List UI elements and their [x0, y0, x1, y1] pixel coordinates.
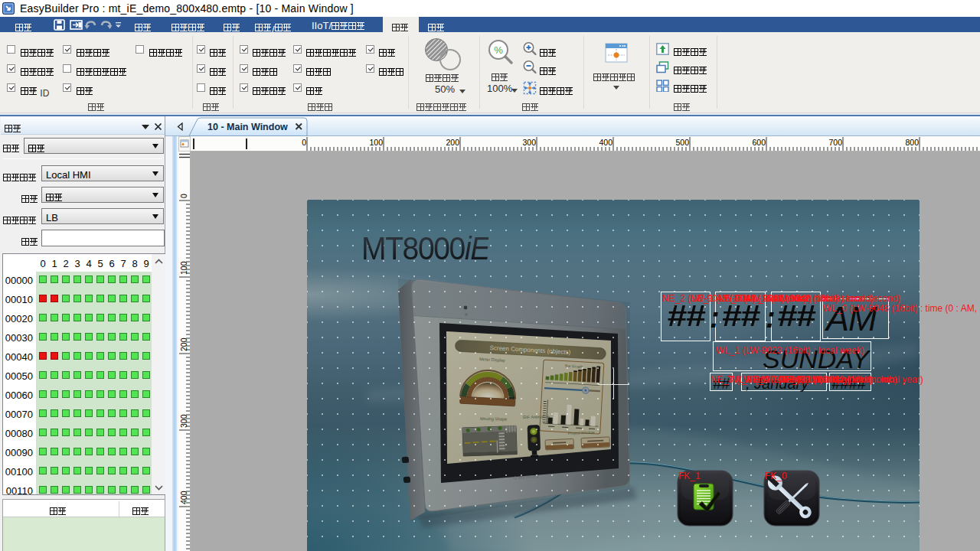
- svg-text:100: 100: [369, 138, 383, 147]
- svg-text:100: 100: [179, 261, 188, 275]
- svg-text:400: 400: [179, 491, 188, 504]
- svg-text:400: 400: [599, 138, 612, 147]
- svg-text:300: 300: [522, 138, 536, 147]
- svg-text:300: 300: [179, 414, 188, 428]
- svg-text:200: 200: [179, 337, 188, 351]
- svg-text:600: 600: [752, 138, 766, 147]
- svg-text:200: 200: [446, 138, 459, 147]
- svg-text:500: 500: [675, 138, 689, 147]
- svg-text:700: 700: [828, 138, 842, 147]
- svg-text:0: 0: [302, 138, 306, 147]
- svg-text:%: %: [494, 44, 503, 56]
- svg-text:0: 0: [179, 194, 188, 198]
- svg-text:800: 800: [905, 138, 919, 147]
